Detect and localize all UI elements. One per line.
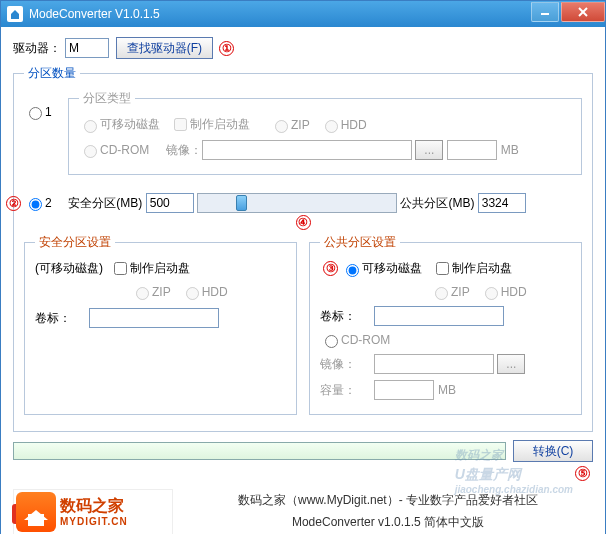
app-window: ModeConverter V1.0.1.5 驱动器： 查找驱动器(F) ① 分… [0, 0, 606, 534]
partition-count-legend: 分区数量 [24, 65, 80, 82]
secure-zip: ZIP [131, 284, 171, 300]
partition-count-2[interactable]: 2 [24, 195, 52, 211]
public-hdd: HDD [480, 284, 527, 300]
find-drive-button[interactable]: 查找驱动器(F) [116, 37, 213, 59]
minimize-button[interactable] [531, 2, 559, 22]
partition-type-legend: 分区类型 [79, 90, 135, 107]
secure-makeboot[interactable]: 制作启动盘 [110, 259, 190, 278]
convert-button[interactable]: 转换(C) [513, 440, 593, 462]
pt-cdrom: CD-ROM [79, 142, 149, 158]
pt-zip: ZIP [270, 117, 310, 133]
pt-image-label: 镜像： [166, 142, 202, 159]
public-vol-label: 卷标： [320, 308, 374, 325]
partition-type-group: 分区类型 可移动磁盘 制作启动盘 ZIP HDD CD-ROM 镜像： .. [68, 90, 582, 175]
public-cdrom[interactable]: CD-ROM [320, 332, 390, 348]
public-vol-input[interactable] [374, 306, 504, 326]
secure-config-legend: 安全分区设置 [35, 234, 115, 251]
public-size-input[interactable] [478, 193, 526, 213]
public-config-legend: 公共分区设置 [320, 234, 400, 251]
logo-brand: 数码之家 [60, 496, 128, 515]
public-capacity-label: 容量： [320, 382, 374, 399]
app-icon [7, 6, 23, 22]
public-image-input [374, 354, 494, 374]
secure-size-label: 安全分区(MB) [68, 195, 142, 212]
public-image-label: 镜像： [320, 356, 374, 373]
pt-browse-button: ... [415, 140, 443, 160]
public-mb: MB [438, 383, 456, 397]
secure-hdd: HDD [181, 284, 228, 300]
pt-size-input [447, 140, 497, 160]
progress-bar [13, 442, 506, 460]
public-browse-button: ... [497, 354, 525, 374]
slider-thumb[interactable] [236, 195, 247, 211]
logo: 数码之家 MYDIGIT.CN [13, 489, 173, 534]
drive-label: 驱动器： [13, 40, 61, 57]
public-removable[interactable]: 可移动磁盘 [341, 260, 422, 277]
mark-2: ② [6, 196, 21, 211]
pt-makeboot: 制作启动盘 [170, 115, 250, 134]
mark-5: ⑤ [575, 466, 590, 481]
footer-line1: 数码之家（www.MyDigit.net）- 专业数字产品爱好者社区 [183, 490, 593, 512]
logo-house-icon [16, 492, 56, 532]
secure-sub: (可移动磁盘) [35, 260, 103, 277]
size-slider[interactable] [197, 193, 397, 213]
drive-input[interactable] [65, 38, 109, 58]
close-button[interactable] [561, 2, 605, 22]
logo-domain: MYDIGIT.CN [60, 516, 128, 528]
public-size-label: 公共分区(MB) [400, 195, 474, 212]
public-capacity-input [374, 380, 434, 400]
partition-count-1[interactable]: 1 [24, 104, 52, 120]
pt-removable: 可移动磁盘 [79, 116, 160, 133]
secure-size-input[interactable] [146, 193, 194, 213]
window-title: ModeConverter V1.0.1.5 [29, 7, 160, 21]
titlebar: ModeConverter V1.0.1.5 [1, 1, 605, 27]
public-config-group: 公共分区设置 ③ 可移动磁盘 制作启动盘 ZIP HDD 卷标： [309, 234, 582, 415]
mark-3: ③ [323, 261, 338, 276]
public-makeboot[interactable]: 制作启动盘 [432, 259, 512, 278]
public-zip: ZIP [430, 284, 470, 300]
partition-count-group: 分区数量 1 分区类型 可移动磁盘 制作启动盘 ZIP HDD CD-RO [13, 65, 593, 432]
secure-vol-input[interactable] [89, 308, 219, 328]
pt-image-input [202, 140, 412, 160]
footer-line2: ModeConverter v1.0.1.5 简体中文版 [183, 512, 593, 534]
mark-4: ④ [296, 215, 311, 230]
pt-hdd: HDD [320, 117, 367, 133]
secure-config-group: 安全分区设置 (可移动磁盘) 制作启动盘 ZIP HDD 卷标： [24, 234, 297, 415]
footer-text: 数码之家（www.MyDigit.net）- 专业数字产品爱好者社区 ModeC… [183, 490, 593, 533]
secure-vol-label: 卷标： [35, 310, 89, 327]
mark-1: ① [219, 41, 234, 56]
pt-mb: MB [501, 143, 519, 157]
